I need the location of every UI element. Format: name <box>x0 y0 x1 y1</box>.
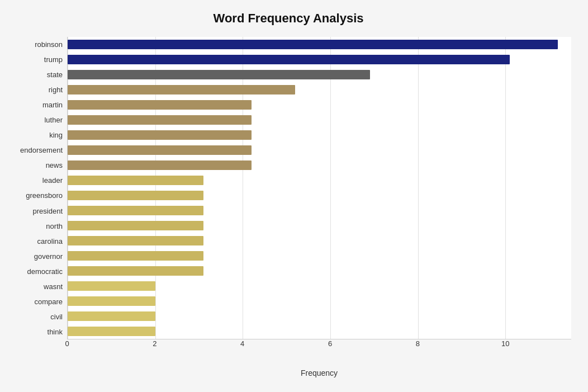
bar-row <box>68 188 571 203</box>
bar <box>68 130 252 139</box>
y-label: carolina <box>37 234 63 249</box>
x-axis-label: Frequency <box>67 369 571 377</box>
bar-row <box>68 82 571 97</box>
y-label: news <box>46 158 63 173</box>
bar-row <box>68 127 571 143</box>
bar <box>68 55 510 64</box>
bar <box>68 296 155 305</box>
y-label: robinson <box>35 37 63 52</box>
x-tick: 10 <box>501 339 509 348</box>
y-label: endorsement <box>20 143 63 158</box>
bar-row <box>68 37 571 52</box>
bars-area <box>67 37 571 339</box>
y-label: right <box>49 82 63 97</box>
bar <box>68 115 252 124</box>
bar-row <box>68 218 571 233</box>
y-label: compare <box>34 294 63 309</box>
bar-row <box>68 173 571 188</box>
bar <box>68 191 203 200</box>
y-label: martin <box>42 97 63 112</box>
bar <box>68 206 203 215</box>
y-label: luther <box>44 112 63 127</box>
bar-row <box>68 203 571 218</box>
chart-container: Word Frequency Analysis robinsontrumpsta… <box>0 0 588 392</box>
x-tick: 8 <box>416 339 420 348</box>
bar-row <box>68 309 571 324</box>
x-tick: 6 <box>328 339 332 348</box>
bar <box>68 85 295 94</box>
bar-row <box>68 112 571 127</box>
y-label: president <box>33 204 63 219</box>
y-label: greensboro <box>26 188 63 203</box>
bar-row <box>68 324 571 339</box>
y-labels: robinsontrumpstaterightmartinlutherkinge… <box>6 37 67 339</box>
y-label: wasnt <box>44 279 63 294</box>
y-label: king <box>49 127 63 143</box>
bar <box>68 100 252 109</box>
y-label: governor <box>34 249 63 264</box>
chart-title: Word Frequency Analysis <box>6 11 571 26</box>
y-label: democratic <box>27 264 63 279</box>
bar-row <box>68 278 571 294</box>
bar-row <box>68 97 571 112</box>
y-label: state <box>47 67 63 82</box>
y-label: think <box>48 324 63 339</box>
bar-row <box>68 158 571 173</box>
bar <box>68 251 203 260</box>
bar-row <box>68 233 571 248</box>
bar <box>68 176 203 185</box>
bar <box>68 40 558 49</box>
bar-row <box>68 294 571 309</box>
x-tick: 2 <box>153 339 157 348</box>
y-label: civil <box>50 309 63 324</box>
bar <box>68 266 203 275</box>
bar <box>68 327 155 336</box>
x-tick: 0 <box>65 339 69 348</box>
x-tick: 4 <box>240 339 244 348</box>
bar-row <box>68 52 571 67</box>
bar <box>68 145 252 154</box>
x-axis: 0246810 <box>67 339 571 356</box>
y-label: leader <box>42 173 63 188</box>
bar-row <box>68 263 571 278</box>
bar <box>68 236 203 245</box>
bar <box>68 70 370 79</box>
y-label: north <box>46 219 63 234</box>
bar-row <box>68 143 571 158</box>
y-label: trump <box>44 52 63 67</box>
bar <box>68 311 155 320</box>
bar-row <box>68 248 571 263</box>
chart-area: robinsontrumpstaterightmartinlutherkinge… <box>6 37 571 339</box>
bar-row <box>68 67 571 82</box>
bar <box>68 160 252 169</box>
bar <box>68 281 155 290</box>
bar <box>68 221 203 230</box>
